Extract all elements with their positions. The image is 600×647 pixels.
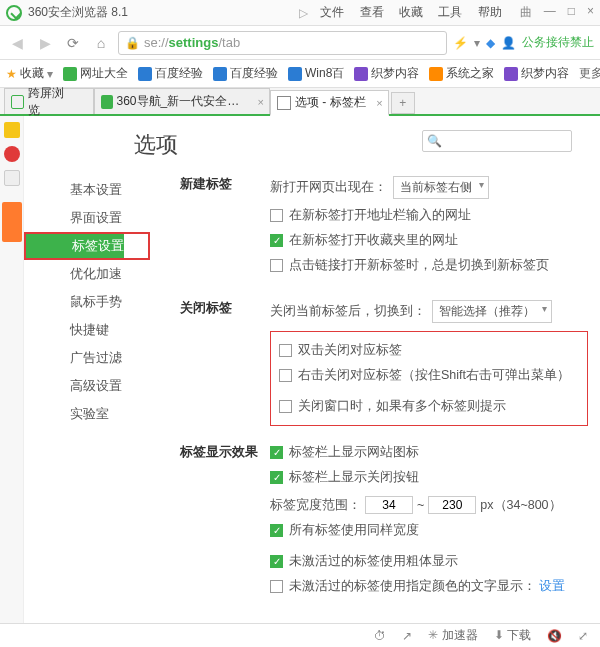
tab-label: 跨屏浏览 [28,85,71,119]
shield-icon[interactable]: ◆ [486,36,495,50]
cb-label: 标签栏上显示关闭按钮 [289,469,419,486]
nav-basic[interactable]: 基本设置 [24,176,150,204]
tab-label: 360导航_新一代安全上网导航 [117,93,247,110]
maximize-button[interactable]: □ [568,4,575,21]
nav-ui[interactable]: 界面设置 [24,204,150,232]
site-icon [354,67,368,81]
addr-dropdown-icon[interactable]: ▾ [474,36,480,50]
menu-bar: 文件 查看 收藏 工具 帮助 [314,4,507,21]
url-path: /tab [218,35,240,50]
cb-multi-close-warn[interactable] [279,400,292,413]
nav-shortcut[interactable]: 快捷键 [24,316,150,344]
tab-close-icon[interactable]: × [258,96,264,108]
bookmark-item[interactable]: 百度经验 [138,65,203,82]
close-switch-select[interactable]: 智能选择（推荐） [432,300,552,323]
forward-button[interactable]: ▶ [34,32,56,54]
settings-nav: 基本设置 界面设置 标签设置 优化加速 鼠标手势 快捷键 广告过滤 高级设置 实… [24,116,150,623]
cb-open-fav-newtab[interactable] [270,234,283,247]
cb-label: 双击关闭对应标签 [298,342,402,359]
status-icon[interactable]: ↗ [402,629,412,643]
download-button[interactable]: ⬇ 下载 [494,627,531,644]
bookmark-item[interactable]: Win8百 [288,65,344,82]
security-text[interactable]: 公务接待禁止 [522,34,594,51]
nav-advanced[interactable]: 高级设置 [24,372,150,400]
cb-dblclick-close[interactable] [279,344,292,357]
cb-color-inactive[interactable] [270,580,283,593]
home-button[interactable]: ⌂ [90,32,112,54]
url-scheme: se:// [144,35,169,50]
section-new-tab-title: 新建标签 [180,176,270,282]
person-icon[interactable]: 👤 [501,36,516,50]
menu-fav[interactable]: 收藏 [399,5,423,19]
cb-switch-newtab[interactable] [270,259,283,272]
cb-show-favicon[interactable] [270,446,283,459]
cb-label: 未激活过的标签使用指定颜色的文字显示： [289,578,536,595]
section-display-title: 标签显示效果 [180,444,270,603]
sidebar-app-icon[interactable] [4,170,20,186]
bookmarks-label[interactable]: ★收藏▾ [6,65,53,82]
tab-icon [11,95,24,109]
menu-file[interactable]: 文件 [320,5,344,19]
cb-label: 未激活过的标签使用粗体显示 [289,553,458,570]
nav-lab[interactable]: 实验室 [24,400,150,428]
app-title: 360安全浏览器 8.1 [28,4,128,21]
skin-button[interactable]: 曲 [520,4,532,21]
tab-icon [277,96,291,110]
nav-tab-highlight: 标签设置 [24,232,150,260]
back-button[interactable]: ◀ [6,32,28,54]
menu-view[interactable]: 查看 [360,5,384,19]
close-options-highlight: 双击关闭对应标签 右击关闭对应标签（按住Shift右击可弹出菜单） 关闭窗口时，… [270,331,588,426]
menu-help[interactable]: 帮助 [478,5,502,19]
flash-icon[interactable]: ⚡ [453,36,468,50]
tab-close-icon[interactable]: × [376,97,382,109]
cb-label: 所有标签使用同样宽度 [289,522,419,539]
cb-label: 关闭窗口时，如果有多个标签则提示 [298,398,506,415]
cb-same-width[interactable] [270,524,283,537]
mute-icon[interactable]: 🔇 [547,629,562,643]
cb-label: 点击链接打开新标签时，总是切换到新标签页 [289,257,549,274]
nav-adblock[interactable]: 广告过滤 [24,344,150,372]
sidebar-app-icon[interactable] [4,122,20,138]
nav-mouse[interactable]: 鼠标手势 [24,288,150,316]
bookmark-item[interactable]: 网址大全 [63,65,128,82]
nav-tab-settings[interactable]: 标签设置 [26,234,124,258]
tab-cross-screen[interactable]: 跨屏浏览 [4,88,94,114]
cb-label: 在新标签打开地址栏输入的网址 [289,207,471,224]
sidebar-collapse[interactable] [2,202,22,242]
minimize-button[interactable]: — [544,4,556,21]
cb-rightclick-close[interactable] [279,369,292,382]
bookmarks-more[interactable]: 更多 » [579,65,600,82]
cb-label: 标签栏上显示网站图标 [289,444,419,461]
bookmark-item[interactable]: 织梦内容 [354,65,419,82]
tab-settings-tabbar[interactable]: 选项 - 标签栏 × [270,90,389,116]
reload-button[interactable]: ⟳ [62,32,84,54]
status-icon[interactable]: ⏱ [374,629,386,643]
cb-open-addr-newtab[interactable] [270,209,283,222]
cb-show-closebtn[interactable] [270,471,283,484]
bookmark-item[interactable]: 系统之家 [429,65,494,82]
bookmark-item[interactable]: 百度经验 [213,65,278,82]
cb-bold-inactive[interactable] [270,555,283,568]
sidebar-app-icon[interactable] [4,146,20,162]
tab-icon [101,95,113,109]
address-bar[interactable]: 🔒 se://settings/tab [118,31,447,55]
new-tab-button[interactable]: + [391,92,415,114]
set-color-link[interactable]: 设置 [539,578,565,595]
new-tab-position-select[interactable]: 当前标签右侧 [393,176,489,199]
lock-icon: 🔒 [125,36,140,50]
nav-speedup[interactable]: 优化加速 [24,260,150,288]
tab-width-label: 标签宽度范围： [270,497,361,514]
menu-tools[interactable]: 工具 [438,5,462,19]
close-button[interactable]: × [587,4,594,21]
tab-360nav[interactable]: 360导航_新一代安全上网导航 × [94,88,270,114]
bookmark-item[interactable]: 织梦内容 [504,65,569,82]
tab-label: 选项 - 标签栏 [295,94,366,111]
section-close-tab-title: 关闭标签 [180,300,270,426]
accelerator-button[interactable]: ✳ 加速器 [428,627,477,644]
site-icon [288,67,302,81]
expand-icon[interactable]: ⤢ [578,629,588,643]
tab-width-min[interactable] [365,496,413,514]
new-tab-position-label: 新打开网页出现在： [270,179,387,196]
tab-width-max[interactable] [428,496,476,514]
cb-label: 右击关闭对应标签（按住Shift右击可弹出菜单） [298,367,570,384]
